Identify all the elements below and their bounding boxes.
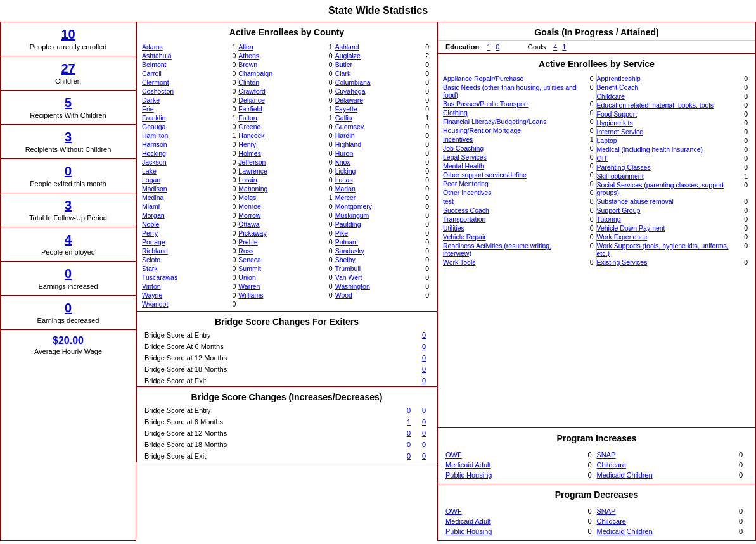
county-name[interactable]: Miami	[142, 203, 160, 210]
county-name[interactable]: Hocking	[142, 149, 166, 157]
bridge-dec[interactable]: 0	[419, 418, 429, 426]
stat-value-recipients_with[interactable]: 5	[3, 96, 133, 110]
county-name[interactable]: Greene	[238, 123, 260, 130]
service-name[interactable]: Childcare	[597, 92, 736, 100]
stat-value-recipients_without[interactable]: 3	[3, 130, 133, 144]
county-name[interactable]: Morrow	[238, 212, 260, 219]
service-name[interactable]: Housing/Rent or Mortgage	[443, 127, 581, 134]
service-name[interactable]: test	[443, 198, 581, 205]
service-name[interactable]: Mental Health	[443, 162, 581, 170]
program-name[interactable]: Childcare	[597, 461, 731, 469]
county-name[interactable]: Wood	[335, 291, 352, 299]
county-name[interactable]: Harrison	[142, 141, 167, 148]
county-name[interactable]: Clermont	[142, 79, 169, 86]
county-name[interactable]: Stark	[142, 265, 158, 272]
service-name[interactable]: Financial Literacy/Budgeting/Loans	[443, 118, 581, 125]
service-name[interactable]: Support Group	[597, 206, 736, 214]
county-name[interactable]: Logan	[142, 176, 160, 184]
service-name[interactable]: Readiness Activities (resume writing, in…	[443, 242, 581, 257]
bridge-dec[interactable]: 0	[419, 429, 429, 437]
service-name[interactable]: Vehicle Down Payment	[597, 224, 736, 232]
goals-attained[interactable]: 0	[496, 43, 499, 51]
service-name[interactable]: Internet Service	[597, 128, 736, 136]
program-name[interactable]: Medicaid Children	[597, 528, 731, 535]
county-name[interactable]: Ross	[238, 247, 253, 255]
county-name[interactable]: Allen	[238, 43, 253, 51]
bridge-value[interactable]: 0	[419, 377, 429, 384]
goals-in-progress[interactable]: 1	[487, 43, 490, 51]
county-name[interactable]: Jefferson	[238, 158, 266, 166]
service-name[interactable]: Work Supports (tools, hygiene kits, unif…	[597, 242, 736, 257]
service-name[interactable]: Social Services (parenting classes, supp…	[597, 181, 736, 196]
county-name[interactable]: Fairfield	[238, 105, 262, 113]
county-name[interactable]: Tuscarawas	[142, 274, 177, 281]
county-name[interactable]: Mercer	[335, 194, 356, 201]
bridge-value[interactable]: 0	[419, 365, 429, 373]
county-name[interactable]: Adams	[142, 43, 163, 51]
stat-value-children[interactable]: 27	[3, 61, 133, 76]
county-name[interactable]: Champaign	[238, 70, 272, 77]
program-name[interactable]: OWF	[445, 451, 579, 459]
county-name[interactable]: Putnam	[335, 238, 358, 246]
county-name[interactable]: Knox	[335, 158, 350, 166]
service-name[interactable]: Success Coach	[443, 206, 581, 214]
service-name[interactable]: Other Incentives	[443, 189, 581, 196]
county-name[interactable]: Defiance	[238, 96, 264, 104]
program-name[interactable]: SNAP	[597, 451, 731, 459]
county-name[interactable]: Auglaize	[335, 52, 361, 60]
county-name[interactable]: Licking	[335, 167, 356, 175]
service-name[interactable]: Food Support	[597, 110, 736, 118]
service-name[interactable]: Bus Passes/Public Transport	[443, 100, 581, 108]
county-name[interactable]: Pike	[335, 229, 348, 237]
county-name[interactable]: Washington	[335, 282, 370, 290]
bridge-value[interactable]: 0	[419, 331, 429, 339]
county-name[interactable]: Union	[238, 274, 255, 281]
county-name[interactable]: Hancock	[238, 132, 264, 139]
service-name[interactable]: Appliance Repair/Purchase	[443, 75, 581, 82]
county-name[interactable]: Clinton	[238, 79, 259, 86]
service-name[interactable]: Other support service/define	[443, 171, 581, 179]
county-name[interactable]: Ottawa	[238, 220, 259, 228]
county-name[interactable]: Scioto	[142, 256, 160, 263]
county-name[interactable]: Sandusky	[335, 247, 364, 255]
bridge-inc[interactable]: 0	[404, 407, 414, 414]
county-name[interactable]: Paulding	[335, 220, 361, 228]
bridge-inc[interactable]: 1	[404, 418, 414, 426]
county-name[interactable]: Erie	[142, 105, 154, 113]
county-name[interactable]: Wayne	[142, 291, 162, 299]
service-name[interactable]: Legal Services	[443, 153, 581, 161]
program-name[interactable]: Public Housing	[445, 528, 579, 535]
service-name[interactable]: Medical (including health insurance)	[597, 146, 736, 153]
bridge-value[interactable]: 0	[419, 343, 429, 350]
bridge-dec[interactable]: 0	[419, 452, 429, 460]
service-name[interactable]: Hygiene kits	[597, 119, 736, 127]
county-name[interactable]: Fayette	[335, 105, 357, 113]
county-name[interactable]: Ashland	[335, 43, 359, 51]
county-name[interactable]: Geauga	[142, 123, 165, 130]
county-name[interactable]: Mahoning	[238, 185, 267, 193]
county-name[interactable]: Vinton	[142, 282, 161, 290]
bridge-dec[interactable]: 0	[419, 441, 429, 448]
stat-value-followup[interactable]: 3	[3, 198, 133, 213]
county-name[interactable]: Delaware	[335, 96, 363, 104]
service-name[interactable]: Parenting Classes	[597, 163, 736, 171]
stat-value-earnings_up[interactable]: 0	[3, 267, 133, 281]
county-name[interactable]: Noble	[142, 220, 159, 228]
county-name[interactable]: Hardin	[335, 132, 355, 139]
county-name[interactable]: Pickaway	[238, 229, 266, 237]
county-name[interactable]: Cuyahoga	[335, 87, 366, 95]
stat-value-earnings_down[interactable]: 0	[3, 301, 133, 315]
service-name[interactable]: OIT	[597, 155, 736, 162]
county-name[interactable]: Clark	[335, 70, 351, 77]
county-name[interactable]: Wyandot	[142, 300, 168, 308]
service-name[interactable]: Clothing	[443, 109, 581, 117]
service-name[interactable]: Vehicle Repair	[443, 233, 581, 241]
county-name[interactable]: Morgan	[142, 212, 165, 219]
program-name[interactable]: Medicaid Children	[597, 471, 731, 479]
county-name[interactable]: Summit	[238, 265, 261, 272]
county-name[interactable]: Meigs	[238, 194, 256, 201]
service-name[interactable]: Laptop	[597, 137, 736, 144]
service-name[interactable]: Job Coaching	[443, 144, 581, 152]
county-name[interactable]: Henry	[238, 141, 256, 148]
county-name[interactable]: Williams	[238, 291, 263, 299]
